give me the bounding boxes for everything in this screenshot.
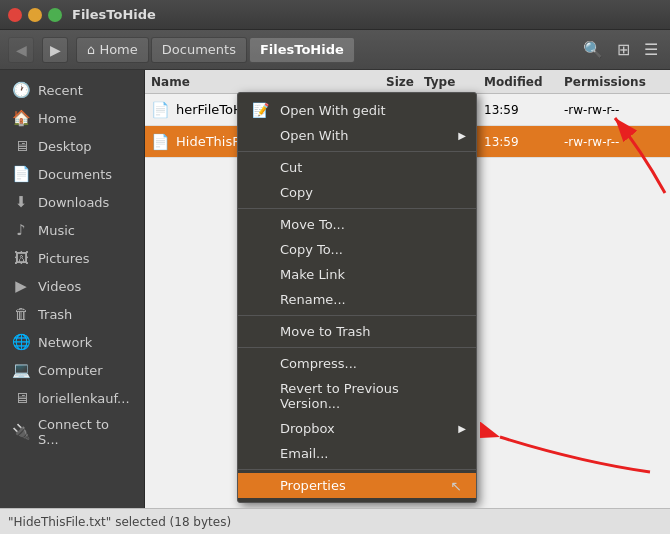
sidebar-item-network[interactable]: 🌐Network [0,328,144,356]
sidebar-icon-computer: 💻 [12,361,30,379]
sidebar-label-network: Network [38,335,92,350]
sidebar-item-trash[interactable]: 🗑Trash [0,300,144,328]
breadcrumb: ⌂ Home Documents FilesToHide [76,37,571,63]
sidebar-label-videos: Videos [38,279,81,294]
cm-separator-5 [238,469,476,470]
minimize-button[interactable] [28,8,42,22]
sidebar-icon-network: 🌐 [12,333,30,351]
breadcrumb-home[interactable]: ⌂ Home [76,37,149,63]
context-menu: 📝 Open With gedit Open With Cut Copy Mov… [237,92,477,503]
main-area: 🕐Recent🏠Home🖥Desktop📄Documents⬇Downloads… [0,70,670,508]
cm-dropbox[interactable]: Dropbox [238,416,476,441]
col-modified-header: Modified [484,75,564,89]
sidebar-label-downloads: Downloads [38,195,109,210]
forward-button[interactable]: ▶ [42,37,68,63]
sidebar-item-connect[interactable]: 🔌Connect to S... [0,412,144,452]
window-title: FilesToHide [72,7,156,22]
cm-cut[interactable]: Cut [238,155,476,180]
sidebar-label-connect: Connect to S... [38,417,132,447]
sidebar-label-recent: Recent [38,83,83,98]
file-area: Name Size Type Modified Permissions 📄 he… [145,70,670,508]
cm-separator-3 [238,315,476,316]
sidebar-item-documents[interactable]: 📄Documents [0,160,144,188]
breadcrumb-documents[interactable]: Documents [151,37,247,63]
cm-copy[interactable]: Copy [238,180,476,205]
sidebar-item-pictures[interactable]: 🖼Pictures [0,244,144,272]
cursor-icon: ↖ [450,478,462,494]
status-text: "HideThisFile.txt" selected (18 bytes) [8,515,231,529]
view-list-button[interactable]: ☰ [640,38,662,61]
search-button[interactable]: 🔍 [579,38,607,61]
sidebar-label-lorielle: loriellenkauf... [38,391,130,406]
cm-move-to-trash[interactable]: Move to Trash [238,319,476,344]
file-icon: 📄 [151,133,170,151]
sidebar-icon-home: 🏠 [12,109,30,127]
cm-move-to[interactable]: Move To... [238,212,476,237]
view-grid-button[interactable]: ⊞ [613,38,634,61]
sidebar-item-computer[interactable]: 💻Computer [0,356,144,384]
file-icon: 📄 [151,101,170,119]
cm-compress[interactable]: Compress... [238,351,476,376]
sidebar-item-recent[interactable]: 🕐Recent [0,76,144,104]
cm-open-gedit-icon: 📝 [252,102,274,118]
window-controls [8,8,62,22]
cm-properties[interactable]: Properties ↖ [238,473,476,498]
sidebar-label-pictures: Pictures [38,251,89,266]
annotation-arrow-properties [480,422,660,482]
file-modified: 13:59 [484,135,564,149]
col-permissions-header: Permissions [564,75,664,89]
sidebar-label-documents: Documents [38,167,112,182]
sidebar-icon-pictures: 🖼 [12,249,30,267]
cm-rename[interactable]: Rename... [238,287,476,312]
toolbar-actions: 🔍 ⊞ ☰ [579,38,662,61]
sidebar-icon-desktop: 🖥 [12,137,30,155]
sidebar-item-home[interactable]: 🏠Home [0,104,144,132]
cm-open-gedit[interactable]: 📝 Open With gedit [238,97,476,123]
statusbar: "HideThisFile.txt" selected (18 bytes) [0,508,670,534]
close-button[interactable] [8,8,22,22]
cm-separator-1 [238,151,476,152]
titlebar: FilesToHide [0,0,670,30]
sidebar-icon-lorielle: 🖥 [12,389,30,407]
sidebar-label-home: Home [38,111,76,126]
col-size-header: Size [344,75,424,89]
breadcrumb-current[interactable]: FilesToHide [249,37,355,63]
maximize-button[interactable] [48,8,62,22]
sidebar-label-trash: Trash [38,307,72,322]
sidebar-label-desktop: Desktop [38,139,92,154]
sidebar-icon-downloads: ⬇ [12,193,30,211]
sidebar-item-videos[interactable]: ▶Videos [0,272,144,300]
sidebar-icon-videos: ▶ [12,277,30,295]
cm-open-with[interactable]: Open With [238,123,476,148]
sidebar-item-music[interactable]: ♪Music [0,216,144,244]
cm-make-link[interactable]: Make Link [238,262,476,287]
col-name-header: Name [151,75,344,89]
sidebar-item-lorielle[interactable]: 🖥loriellenkauf... [0,384,144,412]
cm-email[interactable]: Email... [238,441,476,466]
cm-revert[interactable]: Revert to Previous Version... [238,376,476,416]
sidebar-icon-music: ♪ [12,221,30,239]
sidebar: 🕐Recent🏠Home🖥Desktop📄Documents⬇Downloads… [0,70,145,508]
file-modified: 13:59 [484,103,564,117]
col-type-header: Type [424,75,484,89]
toolbar: ◀ ▶ ⌂ Home Documents FilesToHide 🔍 ⊞ ☰ [0,30,670,70]
file-permissions: -rw-rw-r-- [564,103,664,117]
sidebar-label-music: Music [38,223,75,238]
sidebar-label-computer: Computer [38,363,103,378]
sidebar-icon-connect: 🔌 [12,423,30,441]
file-permissions: -rw-rw-r-- [564,135,664,149]
column-headers: Name Size Type Modified Permissions [145,70,670,94]
sidebar-icon-documents: 📄 [12,165,30,183]
sidebar-item-downloads[interactable]: ⬇Downloads [0,188,144,216]
back-button[interactable]: ◀ [8,37,34,63]
cm-separator-2 [238,208,476,209]
cm-separator-4 [238,347,476,348]
cm-copy-to[interactable]: Copy To... [238,237,476,262]
sidebar-icon-recent: 🕐 [12,81,30,99]
sidebar-item-desktop[interactable]: 🖥Desktop [0,132,144,160]
sidebar-icon-trash: 🗑 [12,305,30,323]
